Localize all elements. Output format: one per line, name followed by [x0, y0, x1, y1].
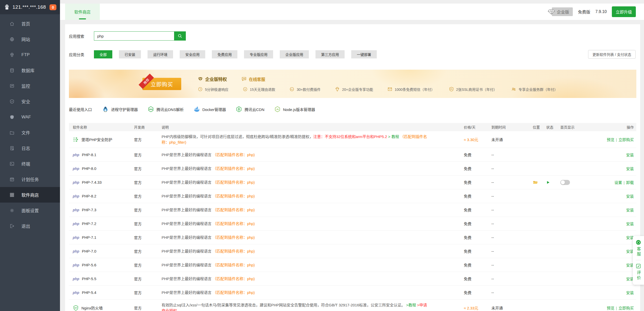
category-button[interactable]: 全部: [94, 50, 112, 58]
app-name-cell[interactable]: phpPHP-5.4: [69, 290, 133, 295]
sidebar-item-grid[interactable]: 软件商店: [0, 187, 60, 203]
app-name-cell[interactable]: phpPHP-8.2: [69, 194, 133, 198]
operation-link[interactable]: 立即购买: [618, 138, 634, 142]
category-button[interactable]: 安全应用: [180, 50, 205, 58]
logout-icon: [9, 223, 15, 229]
price-cell: 免费: [461, 221, 488, 226]
app-name-cell[interactable]: phpPHP-7.3: [69, 208, 133, 212]
gear-icon: [9, 208, 15, 213]
sidebar-item-folder[interactable]: 文件: [0, 125, 60, 140]
category-button[interactable]: 免费应用: [212, 50, 237, 58]
app-name: PHP-5.5: [82, 277, 96, 281]
search-icon: [177, 33, 183, 39]
search-button[interactable]: [174, 31, 186, 41]
table-row: phpPHP-5.6官方PHP是世界上最好的编程语言 （匹配到插件名称：php)…: [69, 258, 636, 272]
app-name-cell[interactable]: phpPHP-8.0: [69, 166, 133, 171]
sidebar-item-terminal[interactable]: 终端: [0, 156, 60, 171]
app-name-cell[interactable]: phpPHP-7.0: [69, 249, 133, 253]
tutorial-link[interactable]: >教程: [406, 303, 417, 307]
customer-service-button[interactable]: 客服: [635, 240, 641, 257]
cdn-icon: [236, 106, 242, 113]
operation-link[interactable]: 立即购买: [618, 306, 634, 310]
app-name-cell[interactable]: phpPHP-5.6: [69, 263, 133, 267]
category-button[interactable]: 运行环境: [148, 50, 173, 58]
description-text: PHP是世界上最好的编程语言: [162, 166, 213, 171]
operation-link[interactable]: 预览: [607, 306, 614, 310]
sidebar-item-home[interactable]: 首页: [0, 16, 60, 31]
category-button[interactable]: 一键部署: [351, 50, 377, 58]
category-button[interactable]: 企业版应用: [280, 50, 309, 58]
monitor-icon: [9, 83, 15, 89]
operation-separator: |: [616, 306, 617, 310]
software-table: 软件名称开发商说明价格/天到期时间位置状态首页显示操作 堡塔PHP安全防护官方P…: [69, 123, 636, 311]
node-icon: JS: [274, 106, 281, 113]
recent-app-link[interactable]: DNS腾讯云DNS解析: [148, 106, 184, 113]
app-name-cell[interactable]: phpPHP-7.1: [69, 235, 133, 240]
sidebar-item-shield[interactable]: WAF: [0, 109, 60, 125]
upgrade-button[interactable]: 立即升级: [612, 6, 636, 17]
sidebar-item-calendar[interactable]: 计划任务: [0, 171, 60, 187]
home-display-toggle[interactable]: [560, 180, 570, 185]
operation-link[interactable]: 安装: [626, 194, 634, 198]
operation-link[interactable]: 安装: [626, 208, 634, 212]
app-name-cell[interactable]: phpPHP-7.4.33: [69, 180, 133, 184]
tutorial-link[interactable]: > 教程: [387, 134, 400, 139]
operation-link[interactable]: 安装: [626, 153, 634, 157]
update-software-list-button[interactable]: 更新软件列表 / 支付状态: [588, 50, 636, 59]
privilege-feature: 专享企业服务群（年付）: [511, 86, 558, 92]
sidebar-item-globe[interactable]: 网站: [0, 31, 60, 47]
operations-cell: 安装: [590, 290, 636, 295]
edition-badge[interactable]: 企业版: [547, 7, 573, 16]
app-name-cell[interactable]: phpPHP-5.5: [69, 277, 133, 281]
app-name-cell[interactable]: phpPHP-8.1: [69, 153, 133, 157]
operation-link[interactable]: 预览: [607, 138, 614, 142]
log-icon: [9, 146, 15, 151]
recent-app-link[interactable]: Docker管理器: [193, 106, 226, 113]
operation-link[interactable]: 安装: [626, 291, 634, 295]
waf-shield-icon: WAF: [73, 305, 79, 311]
privilege-feature: 30+30+款付费插件: [289, 86, 321, 92]
location-cell: [530, 180, 543, 185]
buy-now-button[interactable]: 立即购买: [142, 78, 181, 90]
vendor-cell: 官方: [133, 193, 160, 199]
category-button[interactable]: 第三方应用: [315, 50, 345, 58]
sidebar-item-logout[interactable]: 退出: [0, 218, 60, 234]
sidebar-item-gear[interactable]: 面板设置: [0, 203, 60, 218]
operation-link[interactable]: 安装: [626, 222, 634, 226]
sidebar-item-log[interactable]: 日志: [0, 140, 60, 156]
operation-link[interactable]: 卸载: [626, 180, 634, 185]
current-plan: 免费版: [578, 9, 590, 15]
category-button[interactable]: 已安装: [119, 50, 141, 58]
app-name-cell[interactable]: phpPHP-7.2: [69, 221, 133, 226]
running-status-icon[interactable]: [546, 180, 550, 184]
app-name-cell[interactable]: 堡塔PHP安全防护: [69, 136, 133, 143]
match-hint: （匹配到插件名称：php): [213, 277, 255, 281]
sidebar-item-ftp[interactable]: FTP: [0, 47, 60, 63]
description-text: PHP是世界上最好的编程语言: [162, 290, 213, 295]
column-header: 位置: [530, 125, 543, 130]
sidebar-item-database[interactable]: 数据库: [0, 63, 60, 78]
search-input[interactable]: [94, 31, 174, 41]
recent-app-link[interactable]: 腾讯云CDN: [236, 106, 264, 113]
operation-link[interactable]: 设置: [614, 180, 622, 185]
recent-app-link[interactable]: 进程守护管理器: [102, 106, 138, 113]
sidebar-item-monitor[interactable]: 监控: [0, 78, 60, 94]
privilege-icon: [335, 86, 340, 92]
bt-php-guard-icon: [73, 136, 79, 143]
message-count-badge[interactable]: 0: [50, 4, 56, 10]
operation-link[interactable]: 安装: [626, 167, 634, 171]
sidebar-item-shield-check[interactable]: 安全: [0, 94, 60, 109]
tab-software-store[interactable]: 软件商店: [65, 4, 100, 20]
price-cell: ≈ 3.30元: [461, 137, 488, 142]
sidebar-item-label: 计划任务: [21, 176, 39, 182]
expire-cell: --: [488, 249, 530, 253]
online-service-link[interactable]: 在线客服: [241, 76, 265, 82]
category-button[interactable]: 专业版应用: [244, 50, 273, 58]
recent-app-link[interactable]: JSNode.js版本管理器: [274, 106, 315, 113]
expire-cell: --: [488, 180, 530, 184]
open-folder-icon[interactable]: [533, 180, 538, 185]
table-row: phpPHP-5.5官方PHP是世界上最好的编程语言 （匹配到插件名称：php)…: [69, 272, 636, 286]
app-name-cell[interactable]: WAFNginx防火墙: [69, 305, 133, 311]
php-icon: php: [73, 208, 79, 212]
review-button[interactable]: 评价: [635, 263, 641, 281]
